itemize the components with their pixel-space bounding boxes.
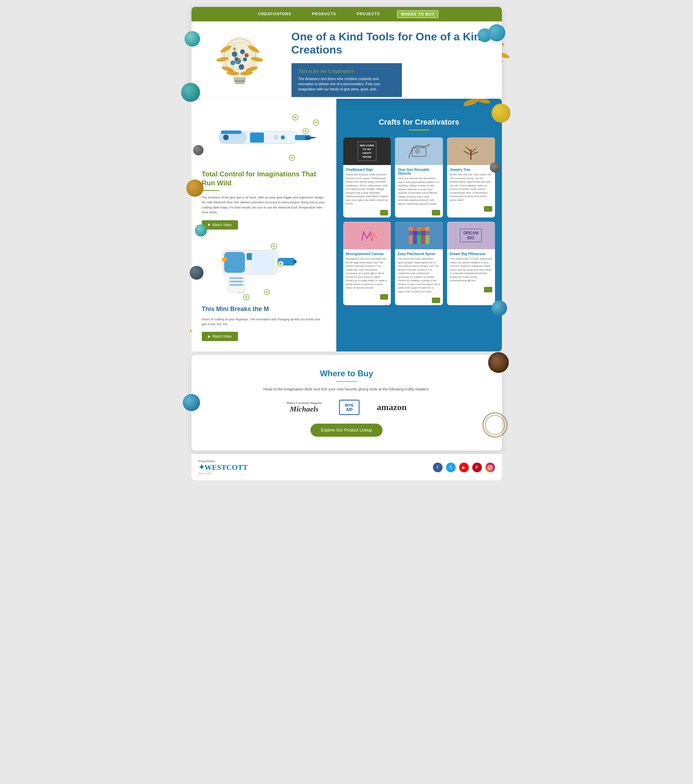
watch-video-label-1: Watch Video [212, 223, 232, 227]
svg-point-33 [223, 135, 229, 140]
craft-content-3: Jewelry Tree Donec sed odio dui. Duis mo… [447, 165, 495, 205]
play-icon-1 [208, 223, 210, 226]
svg-point-17 [233, 47, 236, 51]
gun-hotspot-4[interactable]: + [243, 294, 250, 300]
svg-rect-42 [229, 281, 243, 282]
instagram-icon[interactable] [485, 463, 495, 472]
amazon-logo: amazon [377, 402, 407, 413]
svg-marker-29 [305, 136, 317, 140]
svg-point-18 [245, 53, 249, 57]
twitter-icon[interactable]: 𝕏 [446, 463, 456, 472]
nav-creativators[interactable]: CREATIVATORS [255, 10, 295, 18]
svg-point-70 [485, 415, 505, 435]
footer-logo: ProjectMate ✦WESTCOTT Since 1872 [198, 460, 248, 475]
craft-card-apron: Easy Patchwork Apron This quick and easy… [395, 222, 443, 305]
svg-point-12 [240, 49, 245, 54]
craft-more-btn-4[interactable]: ··· [380, 294, 388, 300]
gun-hotspot-2[interactable]: + [278, 261, 284, 267]
svg-point-48 [415, 148, 420, 154]
svg-rect-40 [228, 273, 245, 292]
crafts-row-2: Monogrammed Canvas Monograms and mini ca… [343, 222, 495, 305]
total-control-text: The evolution of the glue gun is at hand… [202, 195, 326, 215]
svg-line-53 [464, 151, 471, 155]
glue-pen-area: + + + + [202, 109, 326, 164]
hero-info-box: This is for the Creativators The dreamer… [291, 63, 402, 97]
youtube-icon[interactable]: ▶ [459, 463, 469, 472]
gun-hotspot-1[interactable]: + [271, 244, 277, 250]
svg-rect-41 [229, 277, 243, 279]
hero-title: One of a Kind Tools for One of a Kind Cr… [291, 30, 488, 57]
mini-breaks-section: This Mini Breaks the M Hours of crafting… [202, 306, 326, 341]
left-white-panel: + + + + Total Control for Imaginations T… [191, 99, 336, 351]
craft-content-2: Glue Gun Reusable Stencils Glue Gun sten… [395, 165, 443, 209]
mini-breaks-text: Hours of crafting at your fingertips. Th… [202, 317, 326, 327]
svg-point-56 [475, 147, 477, 149]
footer-since: Since 1872 [198, 472, 248, 475]
svg-rect-64 [409, 227, 429, 231]
svg-rect-66 [488, 465, 492, 469]
craft-img-chalkboard: WELCOMETO MYCRAFTROOM [343, 137, 391, 165]
craft-img-monogram [343, 222, 391, 249]
svg-point-31 [274, 135, 278, 140]
craft-img-jewelry [447, 137, 495, 165]
craft-card-jewelry: Jewelry Tree Donec sed odio dui. Duis mo… [447, 137, 495, 217]
svg-rect-65 [409, 231, 429, 235]
craft-btn-row-5: ··· [395, 296, 443, 305]
hotspot-1[interactable]: + [292, 114, 298, 120]
craft-more-btn-6[interactable]: ··· [484, 287, 492, 292]
footer-projectmate: ProjectMate [198, 460, 248, 463]
craft-content-6: Dream Big Pillowcase This customized "no… [447, 249, 495, 285]
top-hero-card: CREATIVATORS PRODUCTS PROJECTS WHERE TO … [191, 7, 502, 99]
lightbulb-icon [205, 28, 274, 97]
craft-more-btn-3[interactable]: ··· [484, 206, 492, 212]
svg-point-11 [232, 51, 237, 57]
footer-westcott: ✦WESTCOTT [198, 463, 248, 472]
nav-products[interactable]: PRODUCTS [309, 10, 340, 18]
crafts-grid: WELCOMETO MYCRAFTROOM Chalkboard Sign Ma… [343, 137, 495, 305]
craft-title-4: Monogrammed Canvas [346, 252, 388, 256]
craft-title-2: Glue Gun Reusable Stencils [398, 168, 440, 175]
craft-more-btn-2[interactable]: ··· [432, 210, 440, 216]
glue-gun-area: + + + + [202, 240, 326, 302]
craft-title-5: Easy Patchwork Apron [398, 252, 440, 256]
pinterest-icon[interactable]: P [472, 463, 482, 472]
svg-point-15 [230, 61, 235, 65]
nav-where-to-buy[interactable]: WHERE TO BUY [397, 10, 438, 18]
nav-projects[interactable]: PROJECTS [353, 10, 383, 18]
svg-line-52 [471, 148, 476, 153]
hero-image [205, 28, 281, 99]
hotspot-4[interactable]: + [313, 119, 319, 126]
watch-video-btn-2[interactable]: Watch Video [202, 332, 238, 341]
svg-point-19 [235, 57, 238, 61]
deco-ring-right [481, 411, 509, 439]
glue-pen-svg [209, 112, 319, 161]
craft-desc-5: This quick and easy patchwork apron proj… [398, 257, 440, 293]
gun-hotspot-3[interactable]: + [264, 289, 270, 295]
facebook-icon[interactable]: f [433, 463, 443, 472]
hero-text-area: One of a Kind Tools for One of a Kind Cr… [281, 30, 488, 97]
craft-img-stencils [395, 137, 443, 165]
blue-wave [343, 309, 495, 320]
hero-section: One of a Kind Tools for One of a Kind Cr… [191, 21, 502, 99]
craft-btn-row-2: ··· [395, 209, 443, 217]
watch-video-label-2: Watch Video [212, 334, 232, 338]
craft-more-btn-1[interactable]: ··· [380, 210, 388, 216]
craft-title-6: Dream Big Pillowcase [450, 252, 492, 256]
svg-rect-27 [221, 130, 241, 134]
craft-btn-row-4: ··· [343, 293, 391, 302]
hotspot-2[interactable]: + [302, 128, 309, 134]
svg-rect-20 [233, 77, 246, 80]
hotspot-3[interactable]: + [289, 155, 295, 161]
craft-desc-2: Glue Gun stencils are the perfect way to… [398, 177, 440, 206]
craft-desc-1: Maecenas faucibus mollis interdum. Aenea… [346, 173, 388, 206]
watch-video-btn-1[interactable]: Watch Video [202, 220, 238, 230]
svg-point-16 [239, 64, 244, 70]
craft-desc-6: This customized "no-sew" pillowcase make… [450, 257, 492, 283]
mini-breaks-title: This Mini Breaks the M [202, 306, 326, 313]
craft-more-btn-5[interactable]: ··· [432, 298, 440, 303]
hero-box-title: This is for the Creativators [298, 68, 395, 74]
explore-btn[interactable]: Explore Our Product Lineup [310, 423, 382, 437]
svg-point-69 [483, 413, 507, 437]
svg-point-55 [465, 145, 467, 147]
svg-rect-22 [235, 82, 245, 84]
